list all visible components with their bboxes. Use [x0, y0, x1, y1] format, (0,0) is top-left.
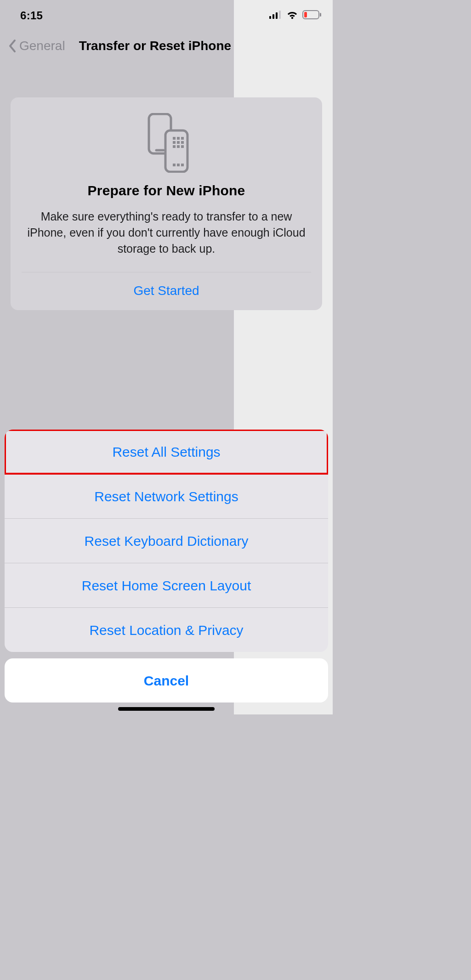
wifi-icon: [286, 11, 298, 21]
back-button[interactable]: General: [8, 39, 65, 53]
reset-action-sheet: Reset All SettingsReset Network Settings…: [5, 430, 328, 702]
status-icons: [269, 10, 322, 21]
cellular-signal-icon: [269, 11, 282, 21]
svg-rect-19: [177, 145, 180, 148]
home-indicator: [118, 707, 215, 711]
cancel-button[interactable]: Cancel: [5, 658, 328, 702]
svg-rect-23: [181, 164, 184, 166]
svg-rect-14: [181, 137, 184, 140]
sheet-item-reset-keyboard-dictionary[interactable]: Reset Keyboard Dictionary: [5, 519, 328, 563]
svg-rect-17: [181, 141, 184, 144]
svg-rect-18: [173, 145, 176, 148]
prepare-body: Make sure everything's ready to transfer…: [11, 209, 322, 272]
battery-low-icon: [302, 10, 322, 21]
sheet-item-reset-home-screen-layout[interactable]: Reset Home Screen Layout: [5, 563, 328, 608]
svg-rect-7: [304, 12, 307, 17]
action-sheet-group: Reset All SettingsReset Network Settings…: [5, 430, 328, 652]
prepare-title: Prepare for New iPhone: [11, 183, 322, 198]
svg-rect-13: [177, 137, 180, 140]
svg-rect-21: [173, 164, 176, 166]
svg-rect-20: [181, 145, 184, 148]
back-label: General: [19, 39, 65, 53]
status-bar: 6:15: [0, 0, 333, 27]
svg-rect-16: [177, 141, 180, 144]
chevron-left-icon: [8, 39, 17, 53]
status-time: 6:15: [20, 9, 43, 22]
svg-rect-8: [320, 13, 321, 17]
prepare-card: Prepare for New iPhone Make sure everyth…: [11, 97, 322, 310]
svg-rect-22: [177, 164, 180, 166]
svg-rect-1: [272, 14, 274, 19]
page-title: Transfer or Reset iPhone: [79, 39, 231, 53]
two-phones-icon: [11, 113, 322, 173]
sheet-item-reset-all-settings[interactable]: Reset All Settings: [5, 430, 328, 474]
sheet-item-reset-network-settings[interactable]: Reset Network Settings: [5, 474, 328, 519]
svg-point-5: [291, 17, 293, 18]
navigation-bar: General Transfer or Reset iPhone: [0, 27, 333, 64]
sheet-item-reset-location-privacy[interactable]: Reset Location & Privacy: [5, 608, 328, 652]
svg-rect-11: [165, 130, 187, 172]
svg-rect-2: [276, 12, 278, 19]
get-started-button[interactable]: Get Started: [11, 272, 322, 310]
svg-rect-12: [173, 137, 176, 140]
svg-rect-0: [269, 16, 271, 19]
svg-rect-15: [173, 141, 176, 144]
svg-rect-3: [279, 11, 281, 19]
